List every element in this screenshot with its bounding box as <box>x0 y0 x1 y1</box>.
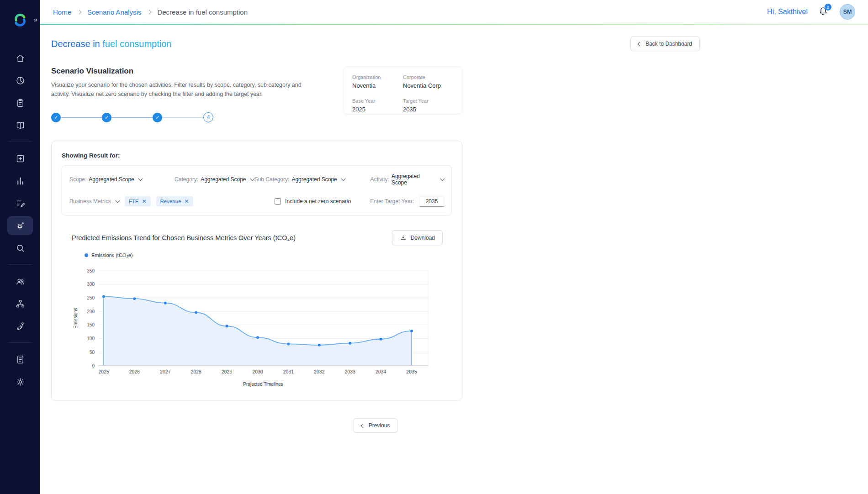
step-connector <box>111 117 153 118</box>
sidebar-item-library[interactable] <box>7 116 33 135</box>
sidebar-item-add[interactable] <box>7 149 33 168</box>
users-icon <box>16 277 25 286</box>
scenario-visualization-header: Scenario Visualization Visualize your sc… <box>51 67 462 122</box>
previous-label: Previous <box>369 422 390 429</box>
breadcrumb-scenario-analysis[interactable]: Scenario Analysis <box>87 8 141 16</box>
step-2-complete[interactable]: ✓ <box>102 113 111 122</box>
download-label: Download <box>411 235 435 241</box>
breadcrumb-home[interactable]: Home <box>53 8 71 16</box>
home-icon <box>16 53 25 63</box>
user-greeting: Hi, Sakthivel <box>767 8 808 16</box>
clipboard-icon <box>16 98 25 108</box>
svg-text:50: 50 <box>90 350 95 355</box>
chevron-down-icon <box>138 177 143 181</box>
step-4-current[interactable]: 4 <box>203 112 213 122</box>
filter-row-scopes: Scope: Aggregated Scope Category: Aggreg… <box>69 173 444 186</box>
chip-close-icon[interactable]: ✕ <box>142 199 146 204</box>
chart-title: Predicted Emissions Trend for Chosen Bus… <box>72 234 296 242</box>
previous-button[interactable]: Previous <box>354 418 398 433</box>
topbar-right: Hi, Sakthivel 2 SM <box>767 4 855 20</box>
sidebar-item-home[interactable] <box>7 48 33 68</box>
sidebar-item-dashboard[interactable] <box>7 71 33 90</box>
svg-text:300: 300 <box>87 282 95 287</box>
settings-gear-icon <box>16 377 25 387</box>
organization-label: Organization <box>352 74 403 80</box>
scope-dropdown[interactable]: Scope: Aggregated Scope <box>69 176 175 183</box>
app-root: » <box>0 0 868 494</box>
activity-value: Aggregated Scope <box>392 173 436 186</box>
sub-category-value: Aggregated Scope <box>291 176 337 183</box>
notification-badge: 2 <box>825 4 831 11</box>
svg-text:200: 200 <box>87 309 95 314</box>
target-year-field: Target Year 2035 <box>403 98 454 113</box>
step-1-complete[interactable]: ✓ <box>51 113 61 122</box>
svg-text:2031: 2031 <box>283 369 294 374</box>
download-button[interactable]: Download <box>392 230 443 245</box>
page-header: Decrease in fuel consumption Back to Das… <box>51 37 700 51</box>
sidebar-item-forms[interactable] <box>7 194 33 213</box>
category-dropdown[interactable]: Category: Aggregated Scope <box>175 176 254 183</box>
net-zero-checkbox[interactable] <box>275 198 281 205</box>
check-icon: ✓ <box>155 115 159 121</box>
sidebar-item-search[interactable] <box>7 238 33 258</box>
results-card: Showing Result for: Scope: Aggregated Sc… <box>51 141 462 401</box>
chevron-right-icon <box>77 10 82 14</box>
chart-legend: Emissions (tCO₂e) <box>85 252 443 258</box>
step-3-complete[interactable]: ✓ <box>153 113 162 122</box>
svg-text:2033: 2033 <box>345 369 356 374</box>
emissions-area-chart[interactable]: 0501001502002503003502025202620272028202… <box>72 264 442 389</box>
svg-text:2035: 2035 <box>406 369 417 374</box>
sidebar-divider <box>9 264 32 265</box>
sub-category-dropdown[interactable]: Sub Category: Aggregated Scope <box>254 176 370 183</box>
base-year-value: 2025 <box>352 106 403 113</box>
corporate-field: Corporate Noventia Corp <box>403 74 454 89</box>
sidebar-item-tasks[interactable] <box>7 93 33 112</box>
sidebar-collapse-icon[interactable]: » <box>34 16 37 23</box>
chevron-down-icon <box>440 177 445 181</box>
back-to-dashboard-button[interactable]: Back to Dashboard <box>630 37 700 51</box>
sidebar-item-settings[interactable] <box>7 372 33 391</box>
app-logo <box>12 12 28 28</box>
sidebar-item-reports[interactable] <box>7 350 33 369</box>
sidebar-item-users[interactable] <box>7 272 33 291</box>
search-icon <box>16 243 25 253</box>
net-zero-option: Include a net zero scenario <box>275 198 351 205</box>
gear-sparkle-icon <box>16 221 25 231</box>
check-icon: ✓ <box>54 115 58 121</box>
sidebar-item-sustainability[interactable] <box>7 316 33 336</box>
base-year-label: Base Year <box>352 98 403 104</box>
check-icon: ✓ <box>105 115 109 121</box>
svg-text:350: 350 <box>87 268 95 273</box>
svg-text:2026: 2026 <box>129 369 140 374</box>
enter-target-year-label: Enter Target Year: <box>370 198 414 205</box>
section-description: Visualize your scenario for the chosen a… <box>51 80 314 99</box>
legend-label: Emissions (tCO₂e) <box>91 252 132 258</box>
avatar[interactable]: SM <box>840 4 855 20</box>
main-area: Home Scenario Analysis Decrease in fuel … <box>40 0 868 494</box>
page-title: Decrease in fuel consumption <box>51 39 171 49</box>
chevron-right-icon <box>147 10 152 14</box>
business-metrics-dropdown[interactable]: Business Metrics <box>69 198 119 205</box>
svg-text:Emissions: Emissions <box>73 308 78 329</box>
organization-field: Organization Noventia <box>352 74 403 89</box>
sidebar: » <box>0 0 40 494</box>
form-edit-icon <box>16 199 25 208</box>
svg-text:100: 100 <box>87 336 95 341</box>
corporate-label: Corporate <box>403 74 454 80</box>
org-chart-icon <box>16 299 25 309</box>
filter-row-metrics: Business Metrics FTE ✕ Revenue ✕ <box>69 196 444 207</box>
sidebar-divider <box>9 342 32 343</box>
notifications-button[interactable]: 2 <box>818 6 830 18</box>
sidebar-item-org[interactable] <box>7 294 33 313</box>
svg-text:2032: 2032 <box>314 369 325 374</box>
category-value: Aggregated Scope <box>201 176 246 183</box>
step-connector <box>61 117 102 118</box>
target-year-input[interactable] <box>419 196 444 207</box>
target-year-value: 2035 <box>403 106 454 113</box>
chip-close-icon[interactable]: ✕ <box>185 199 189 204</box>
sidebar-item-analytics[interactable] <box>7 171 33 190</box>
plant-icon <box>16 321 25 331</box>
activity-dropdown[interactable]: Activity: Aggregated Scope <box>370 173 444 186</box>
business-metrics-label: Business Metrics <box>69 198 111 205</box>
sidebar-item-scenario-analysis[interactable] <box>7 216 33 235</box>
